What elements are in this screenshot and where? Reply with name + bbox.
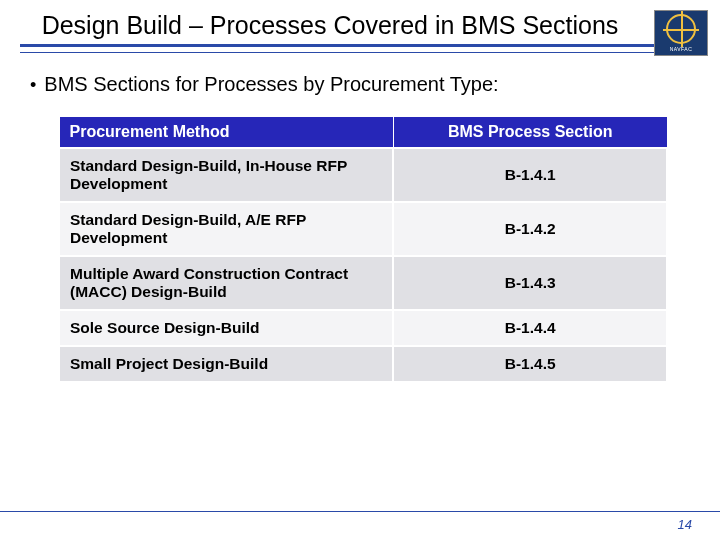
table-row: Multiple Award Construction Contract (MA… xyxy=(59,256,667,310)
bullet-item: • BMS Sections for Processes by Procurem… xyxy=(30,73,690,98)
table-row: Small Project Design-Build B-1.4.5 xyxy=(59,346,667,381)
table-row: Standard Design-Build, A/E RFP Developme… xyxy=(59,202,667,256)
table-row: Sole Source Design-Build B-1.4.4 xyxy=(59,310,667,346)
bullet-dot-icon: • xyxy=(30,73,36,98)
cell-section: B-1.4.2 xyxy=(393,202,667,256)
process-table: Procurement Method BMS Process Section S… xyxy=(58,116,668,381)
slide-header: Design Build – Processes Covered in BMS … xyxy=(0,0,720,53)
footer-rule xyxy=(0,511,720,512)
cell-method: Standard Design-Build, In-House RFP Deve… xyxy=(59,148,393,202)
table-header-method: Procurement Method xyxy=(59,117,393,149)
cell-method: Standard Design-Build, A/E RFP Developme… xyxy=(59,202,393,256)
bullet-text: BMS Sections for Processes by Procuremen… xyxy=(44,73,498,96)
title-underline xyxy=(20,44,700,53)
page-title: Design Build – Processes Covered in BMS … xyxy=(20,10,700,40)
cell-method: Multiple Award Construction Contract (MA… xyxy=(59,256,393,310)
table-header-row: Procurement Method BMS Process Section xyxy=(59,117,667,149)
table-header-section: BMS Process Section xyxy=(393,117,667,149)
compass-icon xyxy=(666,14,696,44)
cell-section: B-1.4.3 xyxy=(393,256,667,310)
cell-section: B-1.4.4 xyxy=(393,310,667,346)
cell-method: Small Project Design-Build xyxy=(59,346,393,381)
page-number: 14 xyxy=(678,517,692,532)
cell-section: B-1.4.1 xyxy=(393,148,667,202)
table-row: Standard Design-Build, In-House RFP Deve… xyxy=(59,148,667,202)
slide-body: • BMS Sections for Processes by Procurem… xyxy=(0,53,720,381)
cell-method: Sole Source Design-Build xyxy=(59,310,393,346)
cell-section: B-1.4.5 xyxy=(393,346,667,381)
navfac-logo: NAVFAC xyxy=(654,10,708,56)
